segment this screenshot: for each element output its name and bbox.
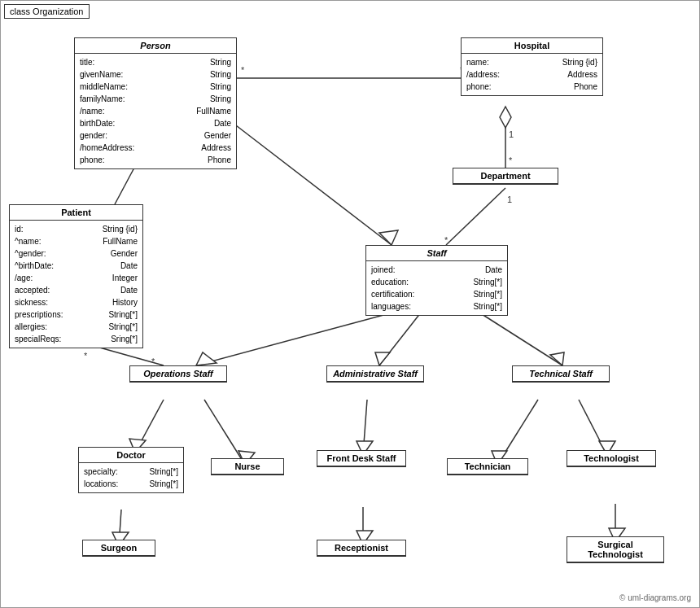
svg-marker-18 — [196, 352, 217, 365]
svg-marker-20 — [375, 352, 390, 365]
receptionist-class: Receptionist — [317, 540, 406, 557]
department-class: Department — [453, 168, 558, 185]
surgeon-title: Surgeon — [83, 540, 155, 556]
svg-line-12 — [233, 123, 392, 245]
receptionist-title: Receptionist — [317, 540, 405, 556]
person-title: Person — [75, 38, 236, 54]
svg-marker-13 — [379, 230, 398, 245]
administrative-staff-class: Administrative Staff — [326, 365, 424, 383]
surgical-technologist-title: Surgical Technologist — [567, 537, 663, 562]
technician-class: Technician — [447, 458, 528, 475]
diagram-label: class Organization — [4, 4, 90, 19]
svg-text:*: * — [444, 235, 448, 245]
technical-staff-title: Technical Staff — [513, 366, 609, 382]
svg-line-23 — [135, 400, 164, 453]
hospital-attrs: name:String {id} /address:Address phone:… — [462, 54, 602, 95]
doctor-title: Doctor — [79, 448, 183, 463]
staff-class: Staff joined:Date education:String[*] ce… — [365, 245, 508, 316]
svg-text:1: 1 — [509, 129, 514, 139]
svg-line-19 — [379, 308, 424, 365]
front-desk-staff-class: Front Desk Staff — [317, 450, 406, 467]
patient-class: Patient id:String {id} ^name:FullName ^g… — [9, 204, 143, 348]
svg-marker-4 — [500, 107, 511, 128]
technologist-title: Technologist — [567, 451, 655, 466]
person-class: Person title:String givenName:String mid… — [74, 37, 237, 169]
technologist-class: Technologist — [567, 450, 656, 467]
svg-line-31 — [579, 400, 607, 455]
technician-title: Technician — [448, 459, 527, 475]
svg-line-7 — [446, 188, 505, 245]
svg-line-25 — [204, 400, 245, 465]
patient-attrs: id:String {id} ^name:FullName ^gender:Ge… — [10, 221, 142, 348]
svg-text:*: * — [241, 65, 245, 75]
hospital-class: Hospital name:String {id} /address:Addre… — [461, 37, 603, 96]
staff-title: Staff — [366, 246, 507, 261]
svg-line-27 — [363, 400, 367, 455]
surgical-technologist-class: Surgical Technologist — [567, 536, 664, 563]
svg-line-21 — [473, 308, 562, 365]
operations-staff-class: Operations Staff — [129, 365, 227, 383]
front-desk-title: Front Desk Staff — [317, 451, 405, 466]
surgeon-class: Surgeon — [82, 540, 155, 557]
svg-text:1: 1 — [507, 195, 512, 204]
department-title: Department — [453, 168, 558, 184]
copyright: © uml-diagrams.org — [619, 593, 691, 602]
patient-title: Patient — [10, 205, 142, 221]
technical-staff-class: Technical Staff — [512, 365, 610, 383]
svg-marker-22 — [550, 352, 564, 365]
svg-text:*: * — [84, 351, 88, 361]
staff-attrs: joined:Date education:String[*] certific… — [366, 261, 507, 315]
operations-staff-title: Operations Staff — [130, 366, 226, 382]
doctor-class: Doctor specialty:String[*] locations:Str… — [78, 447, 184, 493]
diagram-container: class Organization * * 1 * 1 * * * — [0, 0, 700, 608]
svg-line-29 — [497, 400, 538, 465]
hospital-title: Hospital — [462, 38, 602, 54]
nurse-title: Nurse — [212, 459, 283, 475]
person-attrs: title:String givenName:String middleName… — [75, 54, 236, 168]
administrative-staff-title: Administrative Staff — [327, 366, 423, 382]
doctor-attrs: specialty:String[*] locations:String[*] — [79, 463, 183, 492]
svg-line-17 — [196, 308, 408, 365]
nurse-class: Nurse — [211, 458, 284, 475]
svg-text:*: * — [509, 155, 513, 165]
